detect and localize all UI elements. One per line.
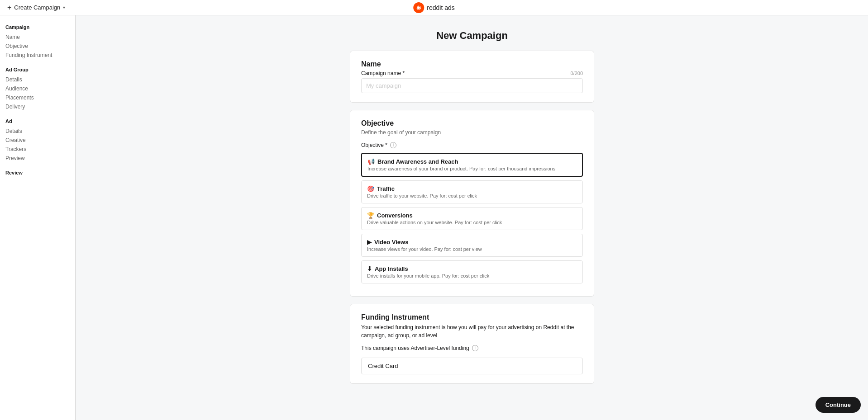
objective-info-icon[interactable]: i	[390, 142, 396, 148]
objective-section-subtitle: Define the goal of your campaign	[361, 129, 583, 136]
sidebar-divider	[75, 15, 76, 420]
video-views-icon: ▶	[367, 239, 372, 245]
reddit-icon	[413, 2, 424, 13]
sidebar-item-preview[interactable]: Preview	[5, 154, 70, 163]
conversions-title: Conversions	[377, 212, 413, 219]
sidebar-item-creative[interactable]: Creative	[5, 136, 70, 145]
objective-option-traffic[interactable]: 🎯 Traffic Drive traffic to your website.…	[361, 180, 583, 203]
funding-info-icon[interactable]: i	[472, 345, 478, 351]
traffic-title: Traffic	[377, 185, 395, 192]
video-views-desc: Increase views for your video. Pay for: …	[367, 246, 577, 252]
sidebar-item-objective[interactable]: Objective	[5, 42, 70, 51]
main-content: New Campaign Name Campaign name * 0/200 …	[76, 15, 868, 420]
funding-level-text: This campaign uses Advertiser-Level fund…	[361, 345, 469, 351]
app-installs-icon: ⬇	[367, 265, 372, 272]
sidebar-item-delivery[interactable]: Delivery	[5, 102, 70, 111]
funding-desc: Your selected funding instrument is how …	[361, 323, 583, 340]
name-section-title: Name	[361, 60, 583, 68]
svg-point-6	[417, 6, 418, 7]
conversions-desc: Drive valuable actions on your website. …	[367, 220, 577, 225]
sidebar-section-review: Review	[5, 170, 70, 175]
credit-card-button[interactable]: Credit Card	[361, 358, 583, 374]
brand-awareness-title: Brand Awareness and Reach	[377, 158, 458, 165]
objective-option-app-installs[interactable]: ⬇ App Installs Drive installs for your m…	[361, 260, 583, 283]
funding-card: Funding Instrument Your selected funding…	[350, 304, 594, 384]
continue-button[interactable]: Continue	[816, 397, 861, 413]
top-nav: + Create Campaign ▾ reddit ads	[0, 0, 868, 15]
sidebar: Campaign Name Objective Funding Instrume…	[0, 15, 76, 420]
plus-icon: +	[7, 4, 11, 12]
sidebar-item-audience[interactable]: Audience	[5, 84, 70, 93]
objective-card: Objective Define the goal of your campai…	[350, 110, 594, 297]
brand-awareness-desc: Increase awareness of your brand or prod…	[367, 166, 577, 171]
sidebar-section-ad: Ad	[5, 118, 70, 124]
svg-point-4	[418, 5, 419, 6]
sidebar-section-campaign: Campaign	[5, 24, 70, 30]
objective-option-brand[interactable]: 📢 Brand Awareness and Reach Increase awa…	[361, 153, 583, 177]
app-installs-title: App Installs	[375, 265, 408, 272]
chevron-down-icon: ▾	[63, 5, 65, 10]
objective-option-video[interactable]: ▶ Video Views Increase views for your vi…	[361, 234, 583, 257]
sidebar-item-name[interactable]: Name	[5, 33, 70, 42]
app-installs-desc: Drive installs for your mobile app. Pay …	[367, 273, 577, 278]
sidebar-item-funding[interactable]: Funding Instrument	[5, 51, 70, 60]
objective-field-label: Objective *	[361, 142, 387, 148]
svg-point-5	[420, 6, 420, 7]
create-campaign-label: Create Campaign	[14, 4, 60, 11]
sidebar-item-trackers[interactable]: Trackers	[5, 145, 70, 154]
create-campaign-button[interactable]: + Create Campaign ▾	[7, 4, 65, 12]
campaign-name-label: Campaign name *	[361, 70, 405, 76]
traffic-desc: Drive traffic to your website. Pay for: …	[367, 193, 577, 198]
sidebar-item-ad-details[interactable]: Details	[5, 127, 70, 136]
objective-section-title: Objective	[361, 119, 583, 127]
conversions-icon: 🏆	[367, 212, 374, 219]
sidebar-item-placements[interactable]: Placements	[5, 93, 70, 102]
campaign-name-count: 0/200	[570, 71, 583, 76]
reddit-logo: reddit ads	[413, 2, 454, 13]
campaign-name-input[interactable]	[361, 78, 583, 93]
video-views-title: Video Views	[374, 239, 408, 245]
reddit-ads-label: reddit ads	[427, 4, 454, 11]
traffic-icon: 🎯	[367, 185, 374, 192]
name-card: Name Campaign name * 0/200	[350, 51, 594, 103]
page-title: New Campaign	[436, 30, 508, 42]
svg-point-2	[417, 7, 418, 8]
sidebar-item-adgroup-details[interactable]: Details	[5, 75, 70, 84]
sidebar-section-adgroup: Ad Group	[5, 67, 70, 72]
funding-section-title: Funding Instrument	[361, 313, 583, 321]
brand-awareness-icon: 📢	[367, 158, 375, 165]
objective-option-conversions[interactable]: 🏆 Conversions Drive valuable actions on …	[361, 207, 583, 230]
